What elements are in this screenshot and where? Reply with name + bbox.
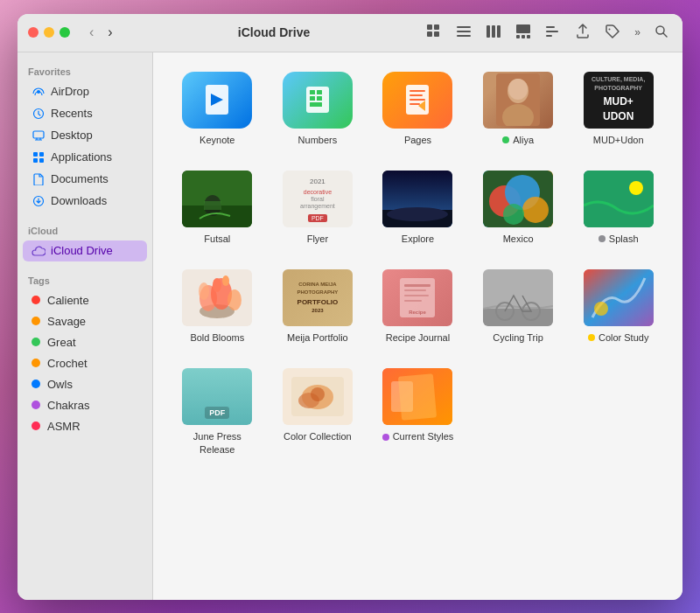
back-button[interactable]: ‹ (84, 23, 99, 42)
sidebar-item-downloads[interactable]: Downloads (23, 191, 147, 212)
svg-rect-10 (516, 24, 530, 33)
aliya-status-dot (502, 136, 509, 143)
colorcollection-name: Color Collection (284, 430, 352, 442)
file-item-mexico[interactable]: Mexico (472, 165, 565, 250)
file-item-june-press[interactable]: PDF June Press Release (171, 363, 264, 461)
sidebar-item-documents[interactable]: Documents (23, 169, 147, 190)
cycling-name: Cycling Trip (493, 331, 542, 344)
file-item-meija[interactable]: CORINA MEIJA PHOTOGRAPHY PORTFOLIO 2023 … (271, 264, 365, 349)
sidebar-item-applications[interactable]: Applications (23, 147, 147, 168)
grid-view-button[interactable] (423, 22, 445, 44)
june-press-name: June Press Release (178, 430, 256, 456)
svg-rect-24 (33, 158, 38, 163)
column-view-button[interactable] (482, 22, 505, 44)
svg-rect-11 (516, 35, 520, 38)
futsal-name: Futsal (204, 233, 230, 245)
svg-rect-3 (434, 31, 439, 37)
svg-rect-38 (410, 99, 425, 101)
documents-icon (32, 172, 46, 186)
content-area: Favorites AirDrop (18, 52, 682, 600)
sidebar-item-airdrop[interactable]: AirDrop (23, 81, 147, 102)
svg-point-50 (387, 207, 448, 221)
sidebar-item-savage[interactable]: Savage (23, 311, 147, 331)
svg-rect-57 (584, 171, 654, 227)
sidebar-item-desktop[interactable]: Desktop (23, 125, 147, 146)
svg-point-54 (522, 197, 549, 223)
toolbar-right: » (423, 22, 672, 44)
sidebar-item-chakras[interactable]: Chakras (23, 395, 147, 415)
airdrop-icon (32, 85, 46, 99)
sidebar-item-asmr[interactable]: ASMR (23, 416, 147, 436)
file-item-mududon[interactable]: CULTURE, MEDIA, PHOTOGRAPHY MUD+UDON MUD… (571, 66, 665, 151)
svg-point-17 (609, 28, 611, 30)
svg-rect-31 (317, 90, 322, 94)
file-item-current-styles[interactable]: Current Styles (371, 363, 465, 461)
file-item-aliya[interactable]: Aliya (472, 66, 565, 151)
desktop-icon (32, 129, 46, 143)
search-button[interactable] (651, 23, 672, 43)
sidebar-item-icloud-drive[interactable]: iCloud Drive (23, 240, 147, 261)
file-item-numbers[interactable]: Numbers (271, 66, 365, 151)
crochet-dot (32, 359, 40, 367)
file-item-pages[interactable]: Pages (371, 66, 465, 151)
sidebar-item-crochet[interactable]: Crochet (23, 353, 147, 373)
file-item-bold-blooms[interactable]: Bold Blooms (171, 264, 264, 349)
desktop-label: Desktop (51, 129, 93, 142)
colorstudy-status-dot (588, 334, 595, 341)
svg-rect-9 (497, 25, 500, 38)
svg-rect-76 (584, 269, 654, 326)
file-item-flyer[interactable]: 2021 decorative floral arrangement PDF F… (271, 165, 365, 250)
sidebar-item-recents[interactable]: Recents (23, 103, 147, 124)
svg-rect-15 (546, 31, 558, 32)
svg-point-43 (508, 79, 528, 100)
maximize-button[interactable] (60, 27, 70, 38)
more-button[interactable]: » (631, 24, 644, 40)
close-button[interactable] (28, 27, 38, 38)
main-content: Keynote Numbers (153, 52, 682, 600)
svg-rect-6 (457, 35, 471, 37)
file-item-color-study[interactable]: Color Study (571, 264, 665, 349)
file-item-splash[interactable]: Splash (571, 165, 665, 250)
great-dot (32, 338, 40, 346)
sidebar-item-owls[interactable]: Owls (23, 374, 147, 394)
sort-button[interactable] (542, 22, 564, 44)
tag-button[interactable] (601, 22, 624, 44)
recipe-name: Recipe Journal (386, 331, 450, 344)
file-item-keynote[interactable]: Keynote (171, 66, 264, 151)
file-item-recipe[interactable]: Recipe Recipe Journal (371, 264, 465, 349)
colorstudy-name-row: Color Study (588, 331, 648, 344)
chakras-dot (32, 401, 40, 409)
forward-button[interactable]: › (102, 23, 117, 42)
owls-dot (32, 380, 40, 388)
explore-name: Explore (402, 233, 434, 245)
file-item-cycling[interactable]: Cycling Trip (472, 264, 565, 349)
file-item-futsal[interactable]: Futsal (171, 165, 264, 250)
gallery-view-button[interactable] (512, 22, 535, 44)
meija-thumb: CORINA MEIJA PHOTOGRAPHY PORTFOLIO 2023 (283, 269, 353, 326)
svg-rect-39 (410, 103, 420, 105)
file-item-explore[interactable]: Explore (371, 165, 465, 250)
svg-rect-68 (404, 289, 426, 291)
asmr-label: ASMR (47, 420, 80, 433)
file-item-color-collection[interactable]: Color Collection (271, 363, 365, 461)
sidebar-item-caliente[interactable]: Caliente (23, 290, 147, 310)
svg-rect-22 (33, 152, 38, 157)
aliya-name-row: Aliya (502, 134, 534, 146)
svg-rect-13 (527, 35, 530, 38)
share-button[interactable] (571, 22, 594, 44)
currentstyles-thumb (382, 368, 452, 425)
pages-name: Pages (404, 134, 431, 146)
sidebar-item-great[interactable]: Great (23, 332, 147, 352)
window-title: iCloud Drive (125, 25, 424, 39)
currentstyles-name: Current Styles (393, 430, 454, 442)
svg-rect-37 (410, 94, 423, 96)
colorstudy-thumb (584, 269, 654, 326)
flyer-name: Flyer (307, 233, 328, 245)
finder-window: ‹ › iCloud Drive (18, 14, 682, 600)
svg-rect-12 (522, 35, 525, 38)
minimize-button[interactable] (44, 27, 54, 38)
list-view-button[interactable] (452, 22, 475, 44)
svg-point-63 (199, 282, 209, 300)
favorites-label: Favorites (18, 59, 152, 80)
svg-rect-73 (483, 309, 553, 326)
